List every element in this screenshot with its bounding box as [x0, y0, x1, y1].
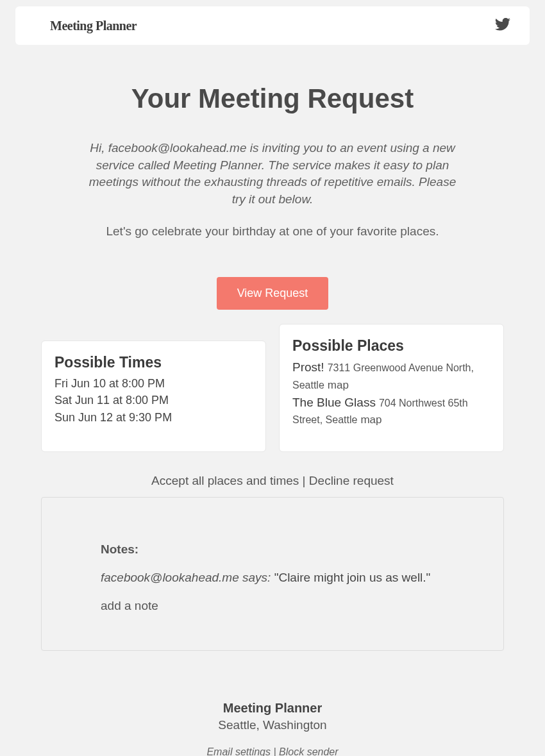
- possible-places-card: Possible Places Prost! 7311 Greenwood Av…: [279, 324, 504, 452]
- footer: Meeting Planner Seattle, Washington Emai…: [41, 701, 504, 756]
- footer-links: Email settings | Block sender: [41, 746, 504, 756]
- block-sender-link[interactable]: Block sender: [279, 746, 339, 756]
- action-separator: |: [299, 474, 309, 487]
- intro-hi: Hi,: [90, 141, 108, 155]
- place-name: Prost!: [292, 360, 324, 374]
- header: Meeting Planner: [15, 6, 530, 45]
- intro-service: Meeting Planner: [173, 158, 262, 172]
- note-author: facebook@lookahead.me: [101, 571, 239, 584]
- view-request-button[interactable]: View Request: [217, 277, 329, 310]
- footer-separator: |: [271, 746, 279, 756]
- page-title: Your Meeting Request: [41, 83, 504, 114]
- cards-row: Possible Times Fri Jun 10 at 8:00 PM Sat…: [41, 324, 504, 452]
- intro-text: Hi, facebook@lookahead.me is inviting yo…: [87, 140, 458, 208]
- note-line: facebook@lookahead.me says: "Claire migh…: [101, 571, 444, 585]
- actions-row: Accept all places and times | Decline re…: [41, 474, 504, 488]
- note-quote: "Claire might join us as well.": [274, 571, 431, 584]
- notes-box: Notes: facebook@lookahead.me says: "Clai…: [41, 497, 504, 651]
- lead-text: Let's go celebrate your birthday at one …: [41, 224, 504, 239]
- place-name: The Blue Glass: [292, 396, 376, 409]
- time-option: Sat Jun 11 at 8:00 PM: [55, 392, 253, 408]
- map-link[interactable]: map: [360, 414, 382, 426]
- brand-logo: Meeting Planner: [50, 19, 137, 33]
- places-heading: Possible Places: [292, 337, 491, 355]
- map-link[interactable]: map: [328, 379, 349, 391]
- note-says: says:: [239, 571, 274, 584]
- place-item: The Blue Glass 704 Northwest 65th Street…: [292, 394, 491, 428]
- accept-all-link[interactable]: Accept all places and times: [151, 474, 299, 487]
- footer-brand: Meeting Planner: [41, 701, 504, 716]
- time-option: Fri Jun 10 at 8:00 PM: [55, 375, 253, 392]
- times-heading: Possible Times: [55, 354, 253, 371]
- notes-heading: Notes:: [101, 542, 444, 557]
- time-option: Sun Jun 12 at 9:30 PM: [55, 409, 253, 426]
- email-settings-link[interactable]: Email settings: [206, 746, 271, 756]
- decline-link[interactable]: Decline request: [309, 474, 394, 487]
- place-item: Prost! 7311 Greenwood Avenue North, Seat…: [292, 358, 491, 393]
- twitter-icon[interactable]: [495, 18, 510, 33]
- footer-location: Seattle, Washington: [41, 718, 504, 732]
- intro-email: facebook@lookahead.me: [108, 141, 247, 155]
- possible-times-card: Possible Times Fri Jun 10 at 8:00 PM Sat…: [41, 340, 266, 452]
- main-content: Your Meeting Request Hi, facebook@lookah…: [0, 45, 545, 756]
- add-note-link[interactable]: add a note: [101, 599, 444, 613]
